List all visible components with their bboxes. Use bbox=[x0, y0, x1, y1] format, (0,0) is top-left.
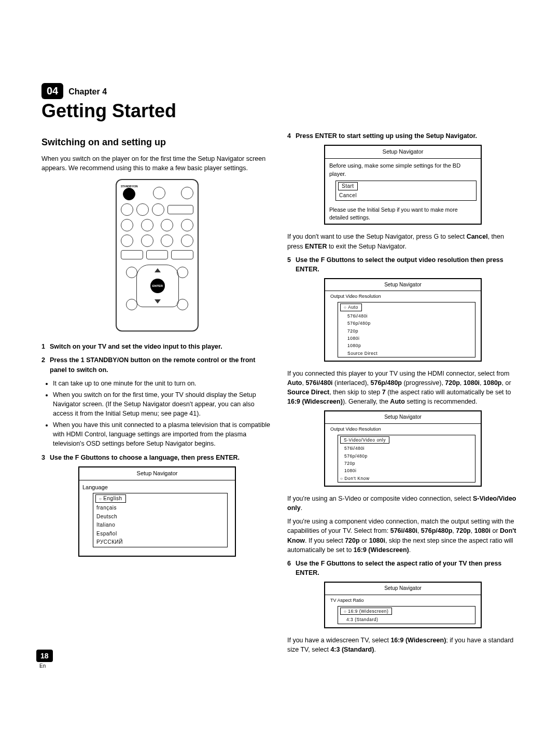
remote-circle bbox=[181, 235, 193, 247]
nav-section-label: Output Video Resolution bbox=[325, 424, 481, 434]
remote-circle bbox=[141, 235, 153, 247]
remote-circle bbox=[126, 267, 137, 278]
nav-title: Setup Navigator bbox=[79, 467, 235, 480]
remote-circle bbox=[121, 235, 133, 247]
nav-option: 4:3 (Standard) bbox=[338, 616, 475, 623]
nav-title: Setup Navigator bbox=[325, 279, 481, 292]
aspect-text: If you have a widescreen TV, select 16:9… bbox=[287, 636, 519, 654]
step-6: 6Use the F Gbuttons to select the aspect… bbox=[287, 559, 519, 577]
remote-rect bbox=[146, 250, 169, 259]
step-4: 4Press ENTER to start setting up using t… bbox=[287, 131, 519, 141]
bullet-item: When you have this unit connected to a p… bbox=[53, 420, 273, 448]
remote-circle bbox=[181, 187, 193, 199]
nav-option: 576i/480i bbox=[338, 312, 475, 320]
setup-navigator-start: Setup Navigator Before using, make some … bbox=[324, 145, 482, 225]
dpad: ENTER bbox=[131, 265, 183, 306]
step-5: 5Use the F Gbuttons to select the output… bbox=[287, 255, 519, 274]
nav-option-selected: ○English bbox=[95, 494, 126, 503]
remote-circle bbox=[141, 219, 153, 231]
left-column: Switching on and setting up When you swi… bbox=[41, 131, 273, 658]
remote-circle bbox=[126, 299, 137, 310]
enter-button: ENTER bbox=[150, 279, 165, 293]
step-2-bullets: It can take up to one minute for the uni… bbox=[41, 379, 273, 449]
down-arrow-icon bbox=[155, 299, 161, 304]
step-5-hdmi-text: If you connected this player to your TV … bbox=[287, 369, 519, 407]
remote-circle bbox=[136, 203, 149, 216]
nav-title: Setup Navigator bbox=[325, 146, 481, 159]
svideo-text: If you're using an S-Video or composite … bbox=[287, 494, 519, 513]
nav-option-selected: S-Video/Video only bbox=[340, 436, 389, 444]
nav-section-label: TV Aspect Ratio bbox=[325, 595, 481, 605]
chapter-title: Getting Started bbox=[41, 100, 519, 122]
page: 04 Chapter 4 Getting Started Switching o… bbox=[0, 0, 560, 700]
nav-hint: Please use the Initial Setup if you want… bbox=[325, 204, 481, 224]
nav-prompt: Before using, make some simple settings … bbox=[325, 159, 481, 180]
nav-option-selected: ○16:9 (Widescreen) bbox=[340, 608, 392, 615]
nav-option: 1080i bbox=[338, 467, 475, 474]
nav-option: 576p/480p bbox=[338, 320, 475, 327]
nav-section-label: Language bbox=[82, 484, 232, 492]
remote-circle bbox=[161, 235, 173, 247]
nav-option: ○Don't Know bbox=[338, 475, 475, 483]
nav-option: 720p bbox=[338, 460, 475, 467]
page-footer: 18 En bbox=[36, 650, 53, 669]
nav-option: РУССКИЙ bbox=[93, 538, 227, 547]
nav-option: 1080p bbox=[338, 342, 475, 349]
step-1: 1Switch on your TV and set the video inp… bbox=[41, 342, 273, 351]
nav-option: 576i/480i bbox=[338, 445, 475, 452]
step-4-note: If you don't want to use the Setup Navig… bbox=[287, 232, 519, 251]
remote-circle bbox=[121, 203, 133, 216]
nav-option-selected: Start bbox=[338, 182, 358, 191]
nav-option: Deutsch bbox=[93, 513, 227, 521]
nav-option: Source Direct bbox=[338, 350, 475, 357]
section-title: Switching on and setting up bbox=[41, 135, 273, 149]
remote-rect bbox=[121, 250, 143, 259]
remote-circle bbox=[153, 187, 165, 199]
lang-short: En bbox=[39, 663, 53, 669]
nav-option: 1080i bbox=[338, 335, 475, 342]
chapter-label: Chapter 4 bbox=[68, 87, 107, 97]
component-text: If you're using a component video connec… bbox=[287, 517, 519, 555]
bullet-item: When you switch on for the first time, y… bbox=[53, 390, 273, 418]
remote-circle bbox=[152, 203, 164, 216]
setup-navigator-resolution-component: Setup Navigator Output Video Resolution … bbox=[324, 410, 482, 487]
remote-circle bbox=[181, 219, 193, 231]
chapter-header: 04 Chapter 4 bbox=[41, 83, 519, 99]
remote-illustration: STANDBY/ON ENTER bbox=[116, 179, 199, 332]
nav-option-selected: ○Auto bbox=[340, 304, 362, 311]
up-arrow-icon bbox=[155, 268, 161, 272]
step-3: 3Use the F Gbuttons to choose a language… bbox=[41, 453, 273, 462]
nav-option: 576p/480p bbox=[338, 452, 475, 460]
nav-section-label: Output Video Resolution bbox=[325, 291, 481, 301]
step-2: 2Press the 1 STANDBY/ON button on the re… bbox=[41, 355, 273, 374]
setup-navigator-aspect: Setup Navigator TV Aspect Ratio ○16:9 (W… bbox=[324, 582, 482, 628]
remote-circle bbox=[161, 219, 173, 231]
right-column: 4Press ENTER to start setting up using t… bbox=[287, 131, 519, 658]
remote-rect bbox=[167, 205, 193, 214]
nav-option: Cancel bbox=[336, 191, 476, 200]
remote-circle bbox=[121, 219, 133, 231]
page-number-badge: 18 bbox=[36, 650, 53, 662]
standby-button-circle bbox=[123, 188, 135, 200]
remote-rect bbox=[171, 250, 193, 259]
nav-option: 720p bbox=[338, 327, 475, 335]
setup-navigator-resolution-hdmi: Setup Navigator Output Video Resolution … bbox=[324, 278, 482, 362]
setup-navigator-language: Setup Navigator Language ○English frança… bbox=[78, 466, 236, 557]
nav-title: Setup Navigator bbox=[325, 583, 481, 595]
chapter-badge: 04 bbox=[41, 83, 63, 99]
nav-option: Italiano bbox=[93, 521, 227, 530]
nav-option: Español bbox=[93, 530, 227, 539]
bullet-item: It can take up to one minute for the uni… bbox=[53, 379, 273, 388]
intro-text: When you switch on the player on for the… bbox=[41, 154, 273, 173]
nav-option: français bbox=[93, 504, 227, 513]
nav-title: Setup Navigator bbox=[325, 411, 481, 424]
